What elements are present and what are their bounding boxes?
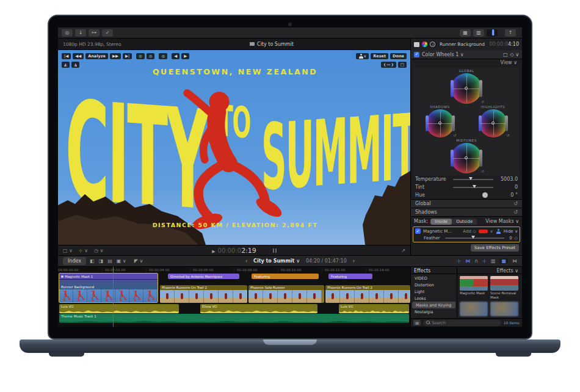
adjustment-bar[interactable]: [59, 279, 158, 285]
effect-scene-removal-mask[interactable]: Scene Removal Mask: [490, 276, 518, 299]
magnetic-mask-title-bar[interactable]: Magnetic Mask 1: [59, 274, 158, 279]
effects-search-field[interactable]: [423, 320, 501, 326]
step-forward-icon[interactable]: ▶: [181, 53, 189, 59]
draw-mask-icon[interactable]: ◭: [62, 62, 70, 68]
feather-slider[interactable]: [445, 238, 505, 239]
mask-outside-button[interactable]: Outside: [452, 219, 477, 225]
solo-icon[interactable]: ∩: [474, 258, 478, 264]
mask-sample-icon[interactable]: ◎: [136, 53, 145, 59]
inspector-toggle-icon[interactable]: ▐: [487, 29, 498, 37]
audio-clip-luis-1[interactable]: Luis VO: [59, 304, 179, 313]
global-color-wheel[interactable]: ↺: [451, 73, 482, 104]
highlights-saturation-slider[interactable]: [479, 115, 482, 131]
mask-person-icon[interactable]: [496, 229, 501, 234]
mask-enable-checkbox[interactable]: ✓: [415, 228, 421, 234]
shadows-wheel-reset-icon[interactable]: ↺: [453, 133, 456, 137]
crop-icon[interactable]: □: [398, 62, 407, 68]
shadows-brightness-slider[interactable]: [452, 115, 455, 131]
play-icon[interactable]: ▶: [212, 249, 215, 254]
title-bar-featuring-2[interactable]: Featuring: [328, 274, 372, 279]
clip-phoenix-runners-1[interactable]: Phoenix Runners On Trail 2: [160, 285, 247, 303]
timeline-project-dropdown[interactable]: City to Summit ∨: [253, 258, 300, 264]
highlights-brightness-slider[interactable]: [505, 115, 508, 131]
sidebar-toggle-icon[interactable]: ▤: [413, 320, 421, 325]
midtones-saturation-slider[interactable]: [451, 150, 454, 167]
view-masks-dropdown[interactable]: View Masks ∨: [485, 219, 519, 224]
mask-hide-dropdown[interactable]: Hide ∨: [504, 229, 518, 234]
highlights-wheel-handle[interactable]: [491, 122, 495, 125]
timeline-toggle-icon[interactable]: ▥: [473, 29, 484, 37]
global-brightness-slider[interactable]: [479, 80, 482, 97]
shadows-section-reset-icon[interactable]: ↺: [513, 209, 518, 215]
mask-add-dropdown[interactable]: Add ◇: [463, 229, 476, 234]
audio-meters-icon[interactable]: [273, 249, 277, 253]
clip-phoenix-solo-runner[interactable]: Phoenix Solo Runner: [248, 285, 324, 303]
step-back-icon[interactable]: ◀: [172, 53, 179, 59]
global-wheel-handle[interactable]: [465, 87, 468, 90]
fast-forward-icon[interactable]: ▶▶: [110, 53, 121, 59]
letterbox-icon[interactable]: ❨▭❩: [381, 62, 396, 68]
media-import-icon[interactable]: ◎: [62, 29, 73, 37]
effect-name-dropdown[interactable]: Color Wheels 1 ∨: [422, 52, 464, 57]
music-track-clip[interactable]: Theme Music Track 1: [59, 314, 409, 323]
pointer-tool-icon[interactable]: ◤ ∨: [134, 258, 143, 264]
insert-clip-icon[interactable]: ◨: [99, 258, 104, 264]
mask-options-icon[interactable]: ◎: [159, 53, 167, 59]
category-light[interactable]: Light: [411, 288, 457, 295]
keyframe-diamond-icon[interactable]: ◇ ∨: [510, 52, 519, 57]
effects-browser-toggle-icon[interactable]: ▦: [499, 258, 508, 264]
draw-stroke-icon[interactable]: ◮: [71, 62, 79, 68]
global-saturation-slider[interactable]: [451, 80, 454, 97]
mask-inside-button[interactable]: Inside: [430, 219, 452, 225]
go-previous-icon[interactable]: |◀: [62, 53, 71, 59]
feather-keyframe-icon[interactable]: ◇: [515, 236, 518, 241]
category-looks[interactable]: Looks: [411, 295, 457, 302]
category-video[interactable]: VIDEO: [411, 275, 457, 281]
next-project-icon[interactable]: ›: [353, 258, 355, 264]
share-icon[interactable]: ↑: [505, 29, 516, 37]
midtones-wheel-handle[interactable]: [465, 156, 468, 159]
info-inspector-icon[interactable]: i: [430, 42, 435, 47]
shadows-saturation-slider[interactable]: [426, 115, 429, 131]
tint-slider[interactable]: [453, 187, 493, 188]
browser-toggle-icon[interactable]: ▦: [460, 29, 471, 37]
timeline-area[interactable]: 00:00:00:00 |00:00:02:00 |00:00:04:00 |0…: [58, 267, 410, 327]
transitions-browser-toggle-icon[interactable]: ⋈: [512, 258, 517, 264]
import-icon[interactable]: ↓: [75, 29, 86, 37]
video-inspector-icon[interactable]: [414, 42, 419, 47]
background-tasks-icon[interactable]: ✓: [102, 29, 113, 37]
effects-grid-title[interactable]: Effects ∨: [457, 267, 522, 274]
rewind-icon[interactable]: ◀◀: [73, 53, 84, 59]
keyword-editor-icon[interactable]: ⊶: [89, 29, 100, 37]
title-bar-directed-by[interactable]: Directed by Antonio Manriquez: [168, 274, 239, 279]
swatch-chevron-icon[interactable]: ∨: [490, 229, 493, 234]
effect-enable-checkbox[interactable]: ✓: [414, 52, 419, 57]
category-masks-and-keying[interactable]: Masks and Keying: [412, 302, 455, 308]
section-shadows[interactable]: Shadows ↺: [411, 208, 522, 216]
keyframe-box-icon[interactable]: □: [503, 52, 508, 57]
effect-partial-1[interactable]: [460, 302, 488, 316]
midtones-wheel-reset-icon[interactable]: ↺: [481, 169, 484, 173]
highlights-color-wheel[interactable]: ↺: [479, 109, 507, 137]
mask-erase-icon[interactable]: ◎: [147, 53, 155, 59]
analyze-button[interactable]: Analyze: [85, 53, 108, 59]
magnetic-mask-item[interactable]: ✓ Magnetic M... Add ◇ ∨ Hide ∨ Feather: [413, 227, 520, 242]
temperature-slider[interactable]: [453, 179, 493, 180]
midtones-color-wheel[interactable]: ↺: [451, 143, 482, 173]
save-effects-preset-button[interactable]: Save Effects Preset: [471, 244, 519, 252]
timeline-ruler[interactable]: 00:00:00:00 |00:00:02:00 |00:00:04:00 |0…: [58, 267, 410, 273]
category-nostalgia[interactable]: Nostalgia: [411, 308, 457, 315]
highlights-wheel-reset-icon[interactable]: ↺: [506, 133, 509, 137]
search-input[interactable]: [432, 321, 498, 325]
shadows-color-wheel[interactable]: ↺: [426, 109, 454, 137]
person-select-button[interactable]: ∨: [356, 53, 369, 59]
previous-project-icon[interactable]: ‹: [245, 258, 247, 264]
title-bar-featuring-1[interactable]: Featuring: [252, 274, 319, 279]
index-button[interactable]: Index: [63, 257, 86, 265]
color-inspector-icon[interactable]: [422, 42, 427, 47]
clip-runner-background[interactable]: Runner Background: [59, 285, 158, 302]
clip-phoenix-runners-2[interactable]: Phoenix Runners On Trail 2: [325, 285, 410, 303]
audio-skimming-icon[interactable]: ⋈: [465, 258, 470, 264]
overwrite-clip-icon[interactable]: ▣ ∨: [117, 258, 126, 264]
effect-magnetic-mask[interactable]: Magnetic Mask: [460, 276, 488, 299]
